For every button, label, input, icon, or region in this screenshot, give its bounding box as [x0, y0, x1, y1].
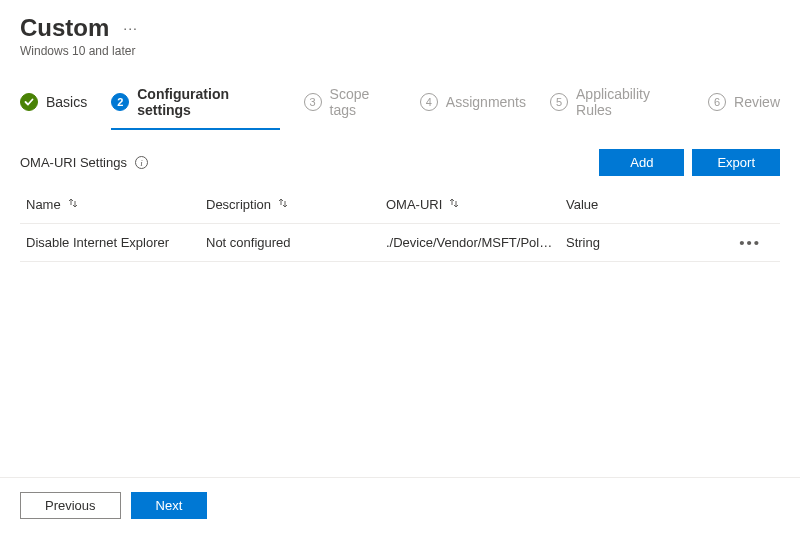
oma-uri-table: Name Description OMA-URI Value Disable I… [0, 186, 800, 262]
step-configuration-settings[interactable]: 2 Configuration settings [111, 86, 279, 130]
checkmark-icon [20, 93, 38, 111]
cell-oma-uri: ./Device/Vendor/MSFT/Polic... [380, 227, 560, 258]
step-number-icon: 2 [111, 93, 129, 111]
column-header-oma-uri[interactable]: OMA-URI [380, 189, 560, 220]
step-applicability-rules[interactable]: 5 Applicability Rules [550, 86, 684, 130]
page-header: Custom ··· Windows 10 and later [0, 0, 800, 64]
info-icon[interactable]: i [135, 156, 148, 169]
table-header-row: Name Description OMA-URI Value [20, 186, 780, 224]
page-title: Custom [20, 14, 109, 42]
previous-button[interactable]: Previous [20, 492, 121, 519]
export-button[interactable]: Export [692, 149, 780, 176]
section-toolbar: OMA-URI Settings i Add Export [0, 131, 800, 186]
sort-icon [277, 197, 289, 212]
step-label: Review [734, 94, 780, 110]
section-title: OMA-URI Settings [20, 155, 127, 170]
step-number-icon: 5 [550, 93, 568, 111]
wizard-footer: Previous Next [0, 477, 800, 533]
cell-name: Disable Internet Explorer [20, 227, 200, 258]
column-label: Description [206, 197, 271, 212]
step-label: Scope tags [330, 86, 396, 118]
column-header-description[interactable]: Description [200, 189, 380, 220]
page-subtitle: Windows 10 and later [20, 44, 780, 58]
table-row[interactable]: Disable Internet Explorer Not configured… [20, 224, 780, 262]
add-button[interactable]: Add [599, 149, 684, 176]
step-scope-tags[interactable]: 3 Scope tags [304, 86, 396, 130]
wizard-stepper: Basics 2 Configuration settings 3 Scope … [0, 64, 800, 131]
sort-icon [67, 197, 79, 212]
step-label: Basics [46, 94, 87, 110]
row-more-icon[interactable]: ••• [725, 234, 765, 251]
step-basics[interactable]: Basics [20, 93, 87, 123]
step-number-icon: 3 [304, 93, 322, 111]
step-review[interactable]: 6 Review [708, 93, 780, 123]
step-label: Assignments [446, 94, 526, 110]
next-button[interactable]: Next [131, 492, 208, 519]
step-label: Applicability Rules [576, 86, 684, 118]
step-number-icon: 6 [708, 93, 726, 111]
more-actions-icon[interactable]: ··· [123, 20, 138, 36]
sort-icon [448, 197, 460, 212]
cell-description: Not configured [200, 227, 380, 258]
cell-value: String [560, 227, 725, 258]
column-label: Name [26, 197, 61, 212]
column-label: Value [566, 197, 598, 212]
column-label: OMA-URI [386, 197, 442, 212]
column-header-name[interactable]: Name [20, 189, 200, 220]
column-header-value[interactable]: Value [560, 189, 725, 220]
step-number-icon: 4 [420, 93, 438, 111]
step-assignments[interactable]: 4 Assignments [420, 93, 526, 123]
step-label: Configuration settings [137, 86, 279, 118]
